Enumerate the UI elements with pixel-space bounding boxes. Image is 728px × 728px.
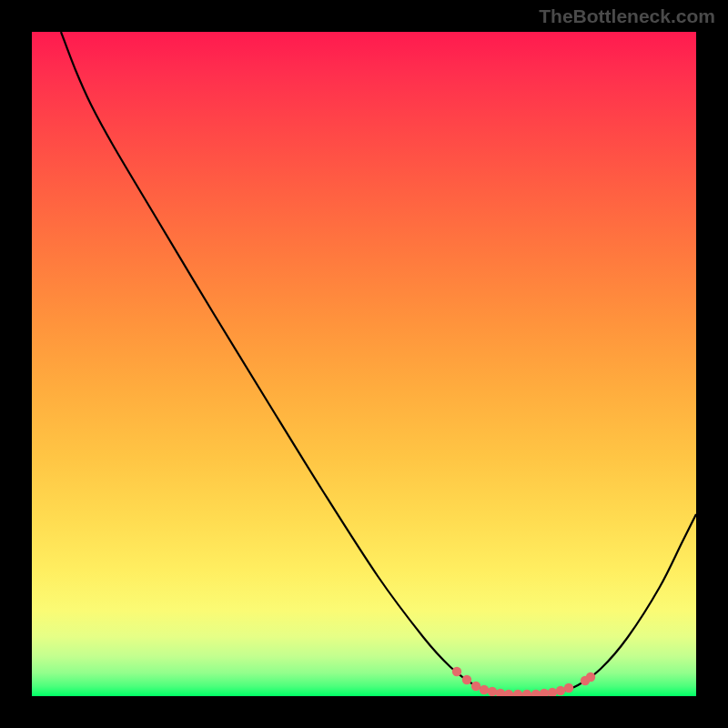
curve-marker	[522, 690, 531, 696]
curve-marker	[564, 683, 573, 693]
curve-marker	[488, 687, 497, 696]
curve-marker	[540, 689, 549, 696]
curve-marker	[586, 672, 595, 682]
curve-marker	[452, 667, 461, 676]
curve-marker	[496, 689, 505, 696]
curve-marker	[504, 690, 513, 696]
curve-marker	[471, 682, 480, 691]
plot-area	[32, 32, 696, 696]
curve-marker	[480, 685, 489, 694]
curve-marker	[513, 690, 522, 696]
curve-marker	[548, 688, 557, 696]
chart-svg	[32, 32, 696, 696]
curve-marker	[462, 675, 471, 684]
watermark-text: TheBottleneck.com	[539, 5, 715, 27]
curve-markers	[452, 667, 595, 696]
curve-marker	[531, 690, 541, 696]
curve-marker	[556, 686, 565, 695]
bottleneck-curve	[61, 32, 696, 694]
